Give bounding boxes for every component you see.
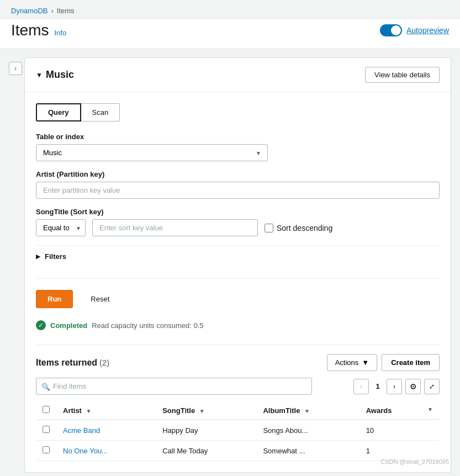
row-awards: 10 — [359, 420, 440, 441]
table-settings-button[interactable]: ⚙ — [405, 379, 421, 394]
autopreview-toggle[interactable] — [380, 24, 402, 36]
row-albumtitle: Somewhat ... — [256, 441, 359, 461]
header-checkbox-col — [36, 401, 56, 420]
search-input[interactable] — [36, 378, 312, 395]
table-header-row: Artist ▼ SongTitle ▼ AlbumTitle ▼ Awards… — [36, 401, 440, 420]
search-wrap: 🔍 — [36, 378, 312, 395]
header-songtitle: SongTitle ▼ — [156, 401, 256, 420]
table-row: No One You... Call Me Today Somewhat ...… — [36, 441, 440, 461]
row-albumtitle: Songs Abou... — [256, 420, 359, 441]
breadcrumb-separator: › — [51, 7, 53, 15]
panel-header: ▼ Music View table details — [25, 58, 451, 92]
action-row: Run Reset — [36, 278, 440, 308]
breadcrumb: DynamoDB › Items — [0, 0, 460, 19]
row-checkbox-cell — [36, 420, 56, 441]
page-number: 1 — [372, 382, 383, 390]
breadcrumb-dynamodb[interactable]: DynamoDB — [11, 7, 47, 15]
artist-link[interactable]: No One You... — [63, 447, 108, 455]
table-body: Acme Band Happy Day Songs Abou... 10 No … — [36, 420, 440, 461]
row-checkbox[interactable] — [43, 446, 50, 453]
table-header: Artist ▼ SongTitle ▼ AlbumTitle ▼ Awards… — [36, 401, 440, 420]
search-icon: 🔍 — [41, 382, 50, 390]
partition-key-label: Artist (Partition key) — [36, 170, 440, 178]
sort-key-row: Equal to Sort descending — [36, 219, 440, 236]
info-link[interactable]: Info — [54, 29, 66, 37]
panel-title: Music — [46, 69, 74, 81]
partition-key-input[interactable] — [36, 182, 440, 199]
status-subtext: Read capacity units consumed: 0.5 — [92, 321, 203, 330]
partition-key-group: Artist (Partition key) — [36, 170, 440, 199]
row-checkbox[interactable] — [43, 426, 50, 433]
sort-desc-area: Sort descending — [265, 224, 332, 232]
select-all-checkbox[interactable] — [43, 406, 50, 413]
awards-sort-icon[interactable]: ▼ — [427, 406, 433, 412]
panel-collapse-icon[interactable]: ▼ — [36, 71, 43, 79]
next-page-button[interactable]: › — [387, 379, 402, 394]
panel-body: Query Scan Table or index Music Artist (… — [25, 92, 451, 472]
search-row: 🔍 ‹ 1 › ⚙ ⤢ — [36, 378, 440, 395]
items-count: (2) — [99, 358, 109, 367]
sort-key-input[interactable] — [92, 219, 258, 236]
actions-button[interactable]: Actions ▼ — [327, 354, 378, 371]
sort-key-operator-select[interactable]: Equal to — [36, 219, 86, 236]
expand-button[interactable]: ⤢ — [424, 379, 440, 394]
artist-link[interactable]: Acme Band — [63, 426, 100, 435]
artist-sort-icon[interactable]: ▼ — [86, 408, 92, 414]
actions-label: Actions — [335, 358, 359, 367]
panel-title-area: ▼ Music — [36, 69, 74, 81]
filters-row[interactable]: ▶ Filters — [36, 245, 440, 267]
run-button[interactable]: Run — [36, 290, 73, 308]
items-actions: Actions ▼ Create item — [327, 354, 440, 371]
header-albumtitle: AlbumTitle ▼ — [256, 401, 359, 420]
watermark: CSDN @sinat_27016095 — [380, 458, 449, 465]
breadcrumb-items: Items — [57, 7, 75, 15]
page-title: Items — [11, 22, 49, 39]
status-text: Completed — [50, 321, 87, 330]
table-index-group: Table or index Music — [36, 133, 440, 161]
filters-chevron-icon: ▶ — [36, 253, 40, 260]
albumtitle-sort-icon[interactable]: ▼ — [304, 408, 310, 414]
header-awards: Awards ▼ — [359, 401, 440, 420]
main-content: › ▼ Music View table details Query Scan … — [0, 49, 460, 476]
sort-key-group: SongTitle (Sort key) Equal to Sort desce… — [36, 208, 440, 236]
row-checkbox-cell — [36, 441, 56, 461]
query-scan-tabs: Query Scan — [36, 103, 440, 121]
items-title-area: Items returned (2) — [36, 358, 109, 368]
row-awards: 1 — [359, 441, 440, 461]
pagination-area: ‹ 1 › ⚙ ⤢ — [353, 379, 440, 394]
table-index-select[interactable]: Music — [36, 144, 268, 161]
row-artist: No One You... — [56, 441, 156, 461]
row-songtitle: Happy Day — [156, 420, 256, 441]
page-title-area: Items Info — [11, 22, 66, 39]
prev-page-button[interactable]: ‹ — [353, 379, 369, 394]
main-panel: ▼ Music View table details Query Scan Ta… — [24, 57, 451, 473]
actions-dropdown-icon: ▼ — [362, 358, 369, 367]
data-table: Artist ▼ SongTitle ▼ AlbumTitle ▼ Awards… — [36, 401, 440, 461]
tab-scan[interactable]: Scan — [81, 103, 120, 121]
items-title: Items returned — [36, 358, 97, 367]
table-index-label: Table or index — [36, 133, 440, 141]
tab-query[interactable]: Query — [36, 103, 81, 121]
songtitle-sort-icon[interactable]: ▼ — [199, 408, 205, 414]
header-artist: Artist ▼ — [56, 401, 156, 420]
create-item-button[interactable]: Create item — [382, 354, 440, 371]
sort-key-operator-wrap: Equal to — [36, 219, 86, 236]
row-songtitle: Call Me Today — [156, 441, 256, 461]
reset-button[interactable]: Reset — [82, 290, 118, 308]
sort-desc-checkbox[interactable] — [265, 224, 273, 232]
page-header: Items Info Autopreview — [0, 19, 460, 49]
sidebar-toggle[interactable]: › — [9, 57, 24, 473]
sort-desc-label: Sort descending — [277, 224, 332, 232]
items-header: Items returned (2) Actions ▼ Create item — [36, 354, 440, 371]
autopreview-area: Autopreview — [380, 24, 449, 36]
row-artist: Acme Band — [56, 420, 156, 441]
sort-key-label: SongTitle (Sort key) — [36, 208, 440, 216]
sidebar-toggle-btn[interactable]: › — [9, 62, 22, 75]
autopreview-label[interactable]: Autopreview — [406, 26, 449, 35]
filters-label: Filters — [45, 252, 66, 261]
items-section: Items returned (2) Actions ▼ Create item — [36, 345, 440, 461]
status-bar: ✓ Completed Read capacity units consumed… — [36, 315, 440, 336]
table-index-select-wrapper: Music — [36, 144, 268, 161]
view-table-button[interactable]: View table details — [365, 67, 440, 83]
completed-icon: ✓ — [36, 320, 46, 330]
